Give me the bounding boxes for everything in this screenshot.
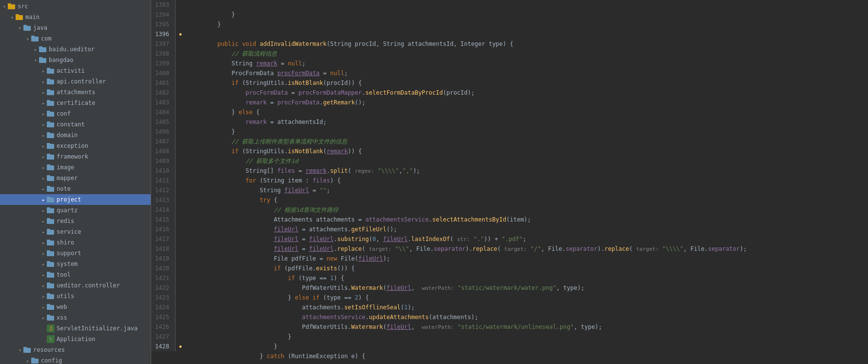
- tree-item-utils[interactable]: utils: [0, 291, 151, 302]
- tree-item-application[interactable]: S Application: [0, 334, 151, 344]
- tree-item-java[interactable]: java: [0, 22, 151, 33]
- folder-icon-constant: [47, 121, 55, 128]
- ln-1413: 1413: [155, 195, 171, 205]
- tree-item-bangdao[interactable]: bangdao: [0, 55, 151, 65]
- gc-1420: [176, 263, 185, 273]
- tree-item-quartz[interactable]: quartz: [0, 205, 151, 216]
- folder-icon-activiti: [47, 67, 55, 74]
- file-tree[interactable]: src main java com baidu.ueditor: [0, 0, 151, 364]
- label-service: service: [57, 228, 81, 235]
- gc-1406: [176, 127, 185, 137]
- svg-rect-47: [47, 250, 50, 252]
- ln-1403: 1403: [155, 98, 171, 107]
- arrow-image: [40, 165, 47, 170]
- tree-item-framework[interactable]: framework: [0, 151, 151, 162]
- tree-item-certificate[interactable]: certificate: [0, 98, 151, 108]
- line-numbers: 1393 1394 1395 1396 1397 1398 1399 1400 …: [151, 0, 176, 351]
- code-lines: } } public void addInvalidWatermark(Stri…: [185, 0, 868, 351]
- gc-1405: [176, 117, 185, 127]
- svg-rect-61: [23, 347, 27, 349]
- label-com: com: [41, 35, 52, 42]
- label-exception: exception: [57, 142, 88, 149]
- arrow-com: [24, 36, 31, 41]
- label-activiti: activiti: [57, 67, 85, 74]
- gc-1424: [176, 303, 185, 312]
- ln-1420: 1420: [155, 263, 171, 273]
- arrow-resources: [17, 347, 23, 353]
- tree-item-baidu[interactable]: baidu.ueditor: [0, 44, 151, 55]
- tree-item-web[interactable]: web: [0, 302, 151, 312]
- tree-item-tool[interactable]: tool: [0, 269, 151, 280]
- gc-1399: [176, 59, 185, 68]
- arrow-attachments: [40, 90, 47, 95]
- tree-item-service[interactable]: service: [0, 226, 151, 237]
- ln-1396: 1396: [155, 29, 171, 39]
- folder-icon-xss: [47, 314, 55, 321]
- folder-icon-project: [47, 196, 55, 203]
- tree-item-attachments[interactable]: attachments: [0, 87, 151, 98]
- tree-item-api-controller[interactable]: api.controller: [0, 76, 151, 87]
- gc-1396: ◆: [176, 29, 185, 39]
- ln-1405: 1405: [155, 117, 171, 127]
- arrow-support: [40, 251, 47, 256]
- folder-icon-ueditor-ctrl: [47, 282, 55, 289]
- tree-item-xss[interactable]: xss: [0, 312, 151, 323]
- folder-icon-web: [47, 303, 55, 310]
- gc-1393: [176, 0, 185, 10]
- tree-item-main[interactable]: main: [0, 12, 151, 22]
- ln-1393: 1393: [155, 0, 171, 10]
- spring-file-icon: S: [47, 335, 55, 343]
- folder-icon-com: [31, 35, 39, 42]
- svg-rect-43: [47, 229, 50, 231]
- folder-icon-main: [16, 14, 23, 20]
- svg-rect-31: [47, 164, 50, 166]
- tree-item-exception[interactable]: exception: [0, 141, 151, 151]
- arrow-system: [40, 262, 47, 267]
- label-support: support: [57, 250, 81, 257]
- folder-icon-src: [8, 3, 16, 10]
- tree-item-conf[interactable]: conf: [0, 108, 151, 119]
- gc-1397: [176, 39, 185, 49]
- svg-rect-59: [47, 315, 50, 317]
- svg-rect-41: [47, 218, 50, 220]
- folder-icon-redis: [47, 218, 55, 224]
- svg-rect-39: [47, 207, 50, 209]
- tree-item-system[interactable]: system: [0, 259, 151, 269]
- tree-item-constant[interactable]: constant: [0, 119, 151, 130]
- tree-item-resources[interactable]: resources: [0, 344, 151, 355]
- tree-item-note[interactable]: note: [0, 183, 151, 194]
- line-1404: remark = attachmentsId;: [189, 107, 864, 117]
- ln-1406: 1406: [155, 127, 171, 137]
- tree-item-support[interactable]: support: [0, 248, 151, 259]
- tree-item-config[interactable]: config: [0, 355, 151, 364]
- arrow-api: [40, 79, 47, 84]
- tree-item-domain[interactable]: domain: [0, 130, 151, 141]
- tree-item-project[interactable]: project: [0, 194, 151, 205]
- gc-1394: [176, 10, 185, 20]
- svg-rect-25: [47, 132, 50, 134]
- line-1396: public void addInvalidWatermark(String p…: [189, 29, 864, 39]
- svg-rect-29: [47, 154, 50, 156]
- label-constant: constant: [57, 121, 85, 128]
- tree-item-servlet-initializer[interactable]: J ServletInitializer.java: [0, 323, 151, 334]
- tree-item-activiti[interactable]: activiti: [0, 65, 151, 76]
- tree-item-com[interactable]: com: [0, 33, 151, 44]
- label-shiro: shiro: [57, 239, 74, 246]
- tree-item-mapper[interactable]: mapper: [0, 173, 151, 183]
- tree-item-src[interactable]: src: [0, 1, 151, 12]
- gc-1428: ◆: [176, 342, 185, 351]
- folder-icon-resources: [23, 346, 31, 353]
- arrow-utils: [40, 294, 47, 299]
- arrow-certificate: [40, 101, 47, 106]
- tree-item-shiro[interactable]: shiro: [0, 237, 151, 248]
- gc-1408: [176, 146, 185, 156]
- tree-item-image[interactable]: image: [0, 162, 151, 173]
- gc-1415: [176, 215, 185, 224]
- tree-item-ueditor-controller[interactable]: ueditor.controller: [0, 280, 151, 291]
- gc-1411: [176, 176, 185, 185]
- tree-item-redis[interactable]: redis: [0, 216, 151, 226]
- line-1395: [189, 20, 864, 29]
- folder-icon-config: [31, 357, 39, 364]
- gc-1418: [176, 244, 185, 254]
- ln-1424: 1424: [155, 303, 171, 312]
